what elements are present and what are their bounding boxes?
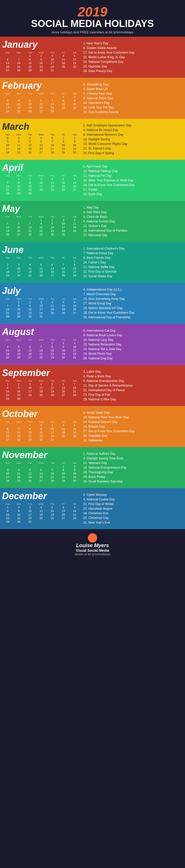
cal-day-header: Sat — [69, 502, 80, 505]
cal-day-cell: 7 — [47, 140, 58, 144]
holidays-side-december: 2. Cyber Monday4. National Cookie Day21.… — [82, 488, 185, 529]
cal-day-cell: 20 — [58, 513, 69, 516]
cal-day-cell: 1 — [47, 341, 58, 345]
holiday-item: 4. National Cookie Day — [83, 497, 183, 502]
cal-day-cell: 22 — [13, 188, 24, 192]
cal-day-cell: 15 — [58, 102, 69, 106]
cal-day-cell: 1 — [2, 505, 13, 509]
cal-day-cell: 12 — [47, 509, 58, 513]
cal-day-cell: 20 — [2, 434, 13, 438]
cal-day-cell: 12 — [47, 386, 58, 390]
holiday-item: 15. International Day of Families — [83, 228, 183, 233]
cal-day-cell: 30 — [24, 192, 35, 195]
cal-day-cell: 27 — [58, 393, 69, 397]
holiday-item: 22. Earth Day — [83, 192, 183, 196]
cal-day-cell: 24 — [58, 229, 69, 232]
calendar-side-june: JuneSunMonTueWedThuFriSat000000123456789… — [0, 242, 82, 283]
holiday-item: 30. International Day of Friendship — [83, 315, 183, 319]
cal-day-cell: 13 — [47, 267, 58, 270]
cal-day-cell: 0 — [58, 192, 69, 195]
cal-day-cell: 10 — [2, 144, 13, 147]
cal-day-cell: 19 — [69, 61, 80, 65]
cal-day-cell: 15 — [13, 308, 24, 311]
cal-day-header: Tue — [24, 215, 35, 218]
cal-day-header: Mon — [13, 421, 24, 424]
cal-day-cell: 0 — [47, 259, 58, 263]
cal-day-header: Tue — [24, 92, 35, 95]
cal-day-cell: 0 — [47, 136, 58, 140]
cal-day-cell: 27 — [69, 311, 80, 315]
cal-day-cell: 9 — [69, 468, 80, 472]
cal-day-cell: 18 — [13, 147, 24, 151]
holiday-item: 10. National Siblings Day — [83, 169, 183, 174]
cal-day-cell: 12 — [24, 102, 35, 106]
holiday-item: 16. Father's Day — [83, 260, 183, 265]
cal-day-cell: 6 — [35, 140, 47, 144]
cal-day-header: Fri — [58, 461, 69, 465]
cal-day-cell: 19 — [24, 106, 35, 110]
cal-day-cell: 28 — [24, 232, 35, 236]
cal-day-cell: 0 — [35, 259, 47, 263]
cal-day-cell: 2 — [69, 95, 80, 99]
cal-day-header: Mon — [13, 461, 24, 465]
cal-day-cell: 0 — [69, 110, 80, 113]
cal-day-cell: 0 — [58, 397, 69, 400]
cal-day-cell: 17 — [2, 475, 13, 479]
calendar-grid: SunMonTueWedThuFriSat0000001234567891011… — [2, 256, 80, 277]
cal-day-cell: 0 — [35, 341, 47, 345]
cal-day-cell: 25 — [47, 311, 58, 315]
cal-day-cell: 6 — [35, 99, 47, 102]
holiday-item: 5. Cinco de Mayo — [83, 214, 183, 219]
holiday-item: 16. Wear Your Pajamas to Work Day — [83, 178, 183, 183]
month-name: December — [2, 491, 80, 501]
cal-day-header: Tue — [24, 133, 35, 136]
cal-day-cell: 7 — [2, 181, 13, 184]
holidays-side-april: 1. April Fools Day10. National Siblings … — [82, 160, 185, 201]
cal-day-cell: 0 — [69, 232, 80, 236]
cal-day-cell: 3 — [2, 99, 13, 102]
cal-day-header: Thu — [47, 256, 58, 259]
cal-day-header: Tue — [24, 421, 35, 424]
footer-icon — [88, 533, 97, 542]
cal-day-header: Mon — [13, 51, 24, 54]
cal-day-cell: 6 — [47, 263, 58, 267]
holiday-item: 27. Memorial Day — [83, 233, 183, 238]
holiday-item: 12. Mother's Day — [83, 224, 183, 228]
cal-day-cell: 17 — [47, 431, 58, 434]
month-section-august: AugustSunMonTueWedThuFriSat0000123456789… — [0, 324, 185, 365]
month-name: August — [2, 327, 80, 337]
cal-day-cell: 11 — [13, 472, 24, 475]
cal-day-cell: 5 — [35, 263, 47, 267]
cal-day-cell: 21 — [69, 390, 80, 393]
month-name: November — [2, 450, 80, 460]
cal-day-cell: 1 — [58, 465, 69, 468]
cal-day-header: Mon — [13, 92, 24, 95]
cal-day-header: Fri — [58, 215, 69, 218]
cal-day-cell: 6 — [2, 58, 13, 61]
holidays-side-february: 2. Groundhog Day3. Super Bowl LIII5. Chi… — [82, 78, 185, 119]
holiday-item: 4. Independence Day (U.S.) — [83, 287, 183, 292]
cal-day-header: Fri — [58, 338, 69, 341]
holiday-item: 9. National Pizza Day — [83, 96, 183, 100]
cal-day-cell: 27 — [35, 151, 47, 154]
cal-day-cell: 16 — [69, 144, 80, 147]
cal-day-cell: 4 — [13, 468, 24, 472]
cal-day-cell: 1 — [24, 54, 35, 58]
calendar-side-may: MaySunMonTueWedThuFriSat0001234567891011… — [0, 201, 82, 242]
cal-day-cell: 27 — [47, 274, 58, 277]
cal-day-cell: 27 — [13, 232, 24, 236]
cal-day-cell: 1 — [24, 424, 35, 427]
cal-day-cell: 25 — [24, 274, 35, 277]
cal-day-header: Sat — [69, 133, 80, 136]
cal-day-cell: 7 — [58, 263, 69, 267]
cal-day-cell: 5 — [24, 140, 35, 144]
cal-day-cell: 20 — [35, 475, 47, 479]
cal-day-cell: 22 — [58, 147, 69, 151]
cal-day-cell: 2 — [69, 465, 80, 468]
cal-day-cell: 19 — [24, 147, 35, 151]
cal-day-cell: 8 — [69, 263, 80, 267]
cal-day-cell: 0 — [58, 68, 69, 72]
cal-day-cell: 14 — [69, 386, 80, 390]
months-container: JanuarySunMonTueWedThuFriSat001234567891… — [0, 37, 185, 529]
cal-day-cell: 0 — [35, 465, 47, 468]
